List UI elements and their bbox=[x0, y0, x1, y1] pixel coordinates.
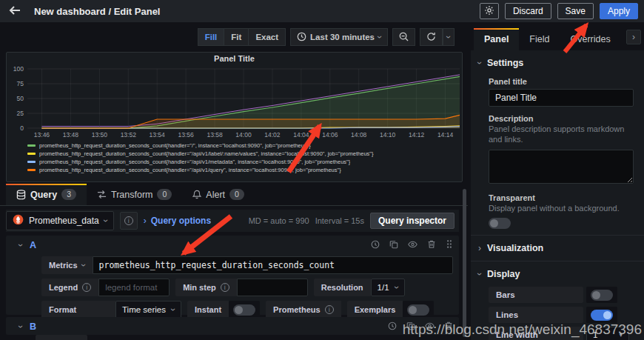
query-count-badge: 3 bbox=[61, 189, 76, 200]
database-icon bbox=[16, 190, 26, 200]
query-ref-label[interactable]: B bbox=[30, 321, 36, 332]
metrics-dropdown[interactable]: Metrics › bbox=[41, 256, 93, 274]
page-title: New dashboard / Edit Panel bbox=[34, 6, 160, 17]
display-row-label: Lines bbox=[489, 307, 583, 323]
query-b-header: › B bbox=[12, 317, 453, 336]
instant-toggle[interactable] bbox=[233, 304, 255, 316]
pane-size-switch: Fill Fit Exact bbox=[198, 28, 286, 46]
tab-alert[interactable]: Alert 0 bbox=[182, 184, 255, 205]
zoom-out-button[interactable] bbox=[392, 28, 415, 46]
lines-toggle[interactable] bbox=[591, 310, 613, 321]
exact-button[interactable]: Exact bbox=[249, 28, 286, 46]
display-section-toggle[interactable]: › Display bbox=[471, 261, 644, 287]
chart-area[interactable]: 025507510013:4613:4813:5013:5213:5413:56… bbox=[7, 66, 462, 140]
transparent-help: Display panel without a background. bbox=[489, 204, 634, 214]
query-b-actions bbox=[388, 321, 453, 333]
min-step-input[interactable] bbox=[237, 279, 308, 296]
trash-icon[interactable] bbox=[444, 321, 453, 333]
metric-expression-input[interactable] bbox=[93, 256, 453, 274]
history-icon[interactable] bbox=[371, 240, 380, 251]
chevron-right-icon: › bbox=[144, 216, 147, 225]
chevron-down-icon: › bbox=[101, 219, 110, 222]
refresh-icon bbox=[426, 32, 436, 43]
alert-count-badge: 0 bbox=[229, 189, 244, 200]
collapse-chevron-icon[interactable]: › bbox=[16, 244, 25, 247]
time-range-label: Last 30 minutes bbox=[310, 33, 375, 41]
datasource-picker[interactable]: Prometheus_data › bbox=[6, 211, 114, 230]
dashboard-settings-button[interactable] bbox=[480, 3, 499, 19]
tab-field[interactable]: Field bbox=[519, 28, 560, 50]
copy-icon[interactable] bbox=[389, 240, 398, 251]
svg-text:14:08: 14:08 bbox=[351, 131, 367, 139]
panel-preview-title[interactable]: Panel Title bbox=[7, 54, 462, 66]
svg-text:14:04: 14:04 bbox=[293, 131, 309, 139]
svg-text:14:06: 14:06 bbox=[322, 131, 338, 139]
bars-toggle[interactable] bbox=[591, 290, 613, 301]
line-width-select[interactable]: 1▾ bbox=[586, 327, 629, 340]
apply-button[interactable]: Apply bbox=[600, 3, 638, 19]
sidebar-collapse-button[interactable]: › bbox=[626, 30, 641, 44]
info-circle-icon: i bbox=[325, 305, 334, 314]
description-textarea[interactable] bbox=[489, 150, 634, 184]
history-icon[interactable] bbox=[388, 321, 397, 333]
refresh-button[interactable] bbox=[420, 28, 443, 46]
exemplars-label: Exemplars bbox=[347, 301, 403, 319]
datasource-help-button[interactable]: i bbox=[120, 212, 138, 230]
chevron-down-icon: › bbox=[392, 286, 401, 289]
max-data-points-info: MD = auto = 990 bbox=[249, 216, 309, 225]
legend-color-dash bbox=[27, 144, 36, 147]
query-ref-label[interactable]: A bbox=[30, 240, 36, 250]
refresh-interval-dropdown[interactable]: › bbox=[443, 28, 455, 46]
eye-icon[interactable] bbox=[408, 240, 417, 251]
transform-icon bbox=[97, 190, 107, 199]
resolution-select[interactable]: 1/1› bbox=[371, 279, 405, 296]
transparent-toggle[interactable] bbox=[489, 218, 511, 229]
query-a-actions bbox=[371, 239, 453, 251]
tab-query[interactable]: Query 3 bbox=[6, 184, 87, 205]
discard-button[interactable]: Discard bbox=[505, 3, 551, 19]
legend-item[interactable]: prometheus_http_request_duration_seconds… bbox=[27, 141, 462, 150]
collapse-chevron-icon[interactable]: › bbox=[16, 325, 25, 328]
scrollbar[interactable] bbox=[463, 189, 466, 337]
editor-tabs: Query 3 Transform 0 Alert 0 bbox=[0, 184, 468, 206]
svg-text:13:46: 13:46 bbox=[34, 131, 50, 139]
panel-title-input[interactable] bbox=[489, 89, 634, 107]
chevron-down-icon: › bbox=[475, 61, 484, 64]
top-navbar: New dashboard / Edit Panel Discard Save … bbox=[0, 0, 644, 22]
query-inspector-button[interactable]: Query inspector bbox=[370, 213, 455, 229]
fill-button[interactable]: Fill bbox=[198, 28, 225, 46]
query-options-toggle[interactable]: › Query options bbox=[144, 216, 211, 226]
settings-section-toggle[interactable]: › Settings bbox=[471, 50, 644, 76]
transparent-label: Transparent bbox=[489, 193, 634, 202]
legend-format-input[interactable] bbox=[98, 279, 170, 296]
format-select[interactable]: Time series› bbox=[115, 301, 181, 319]
fit-button[interactable]: Fit bbox=[224, 28, 249, 46]
eye-icon[interactable] bbox=[425, 321, 435, 333]
tab-overrides[interactable]: Overrides bbox=[560, 28, 620, 50]
tab-panel[interactable]: Panel bbox=[474, 28, 519, 50]
info-circle-icon: i bbox=[82, 283, 91, 292]
drag-handle-icon[interactable] bbox=[446, 239, 453, 251]
legend-item[interactable]: prometheus_http_request_duration_seconds… bbox=[27, 150, 462, 158]
legend-item[interactable]: prometheus_http_request_duration_seconds… bbox=[27, 166, 462, 174]
tab-transform[interactable]: Transform 0 bbox=[87, 184, 182, 205]
exemplars-toggle[interactable] bbox=[407, 304, 429, 316]
svg-text:25: 25 bbox=[17, 110, 24, 117]
panel-title-label: Panel title bbox=[489, 77, 634, 86]
legend-series-label: prometheus_http_request_duration_seconds… bbox=[39, 159, 350, 165]
back-button[interactable] bbox=[6, 2, 24, 21]
legend-series-label: prometheus_http_request_duration_seconds… bbox=[39, 167, 341, 173]
legend-item[interactable]: prometheus_http_request_duration_seconds… bbox=[27, 158, 462, 166]
save-button[interactable]: Save bbox=[557, 3, 594, 19]
prometheus-icon bbox=[13, 214, 24, 227]
visualization-section-toggle[interactable]: › Visualization bbox=[471, 236, 644, 261]
chevron-down-icon: › bbox=[169, 308, 178, 311]
legend-series-label: prometheus_http_request_duration_seconds… bbox=[39, 150, 374, 157]
copy-icon[interactable] bbox=[406, 321, 415, 333]
metric-editor-row: Metrics › bbox=[41, 256, 453, 274]
time-range-picker[interactable]: Last 30 minutes › bbox=[290, 28, 388, 46]
interval-info: Interval = 15s bbox=[315, 216, 364, 225]
svg-text:13:54: 13:54 bbox=[150, 131, 166, 139]
trash-icon[interactable] bbox=[427, 239, 436, 251]
svg-text:100: 100 bbox=[13, 66, 24, 73]
